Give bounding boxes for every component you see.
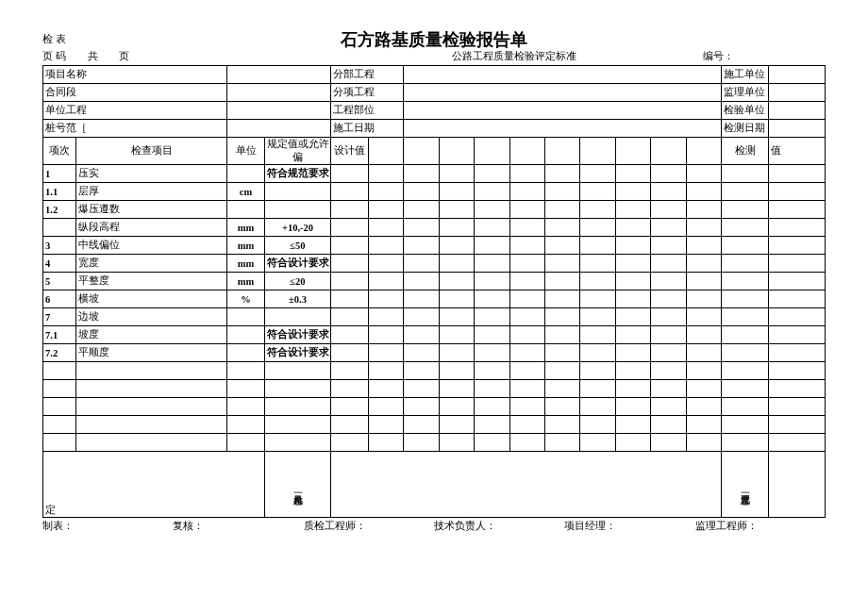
empty-cell bbox=[227, 398, 265, 416]
cell-measure bbox=[509, 219, 544, 237]
cell-measure bbox=[686, 201, 721, 219]
cell-design bbox=[331, 273, 369, 290]
cell-measure bbox=[615, 326, 650, 344]
cell-design bbox=[331, 290, 369, 308]
empty-cell bbox=[475, 362, 509, 380]
empty-cell bbox=[686, 362, 721, 380]
cell-measure bbox=[439, 201, 474, 219]
cell-measure bbox=[404, 237, 439, 255]
empty-row bbox=[43, 362, 826, 380]
empty-cell bbox=[331, 380, 369, 398]
cell-measure bbox=[475, 183, 509, 201]
cell-measure bbox=[686, 165, 721, 183]
empty-row bbox=[43, 416, 826, 434]
empty-cell bbox=[509, 362, 544, 380]
empty-cell bbox=[439, 380, 474, 398]
cell-measure bbox=[369, 165, 404, 183]
meta-row: 合同段 分项工程 监理单位 bbox=[43, 84, 826, 102]
meta-value bbox=[404, 102, 722, 120]
opinion-row: 定 自检意见一 监理意见一 bbox=[43, 452, 826, 518]
cell-design bbox=[331, 237, 369, 255]
cell-measure bbox=[369, 308, 404, 326]
cell-spec: ≤50 bbox=[265, 237, 331, 255]
cell-idx: 7.1 bbox=[43, 326, 76, 344]
cell-unit: cm bbox=[227, 183, 265, 201]
cell-measure bbox=[369, 344, 404, 362]
cell-m1 bbox=[722, 165, 769, 183]
cell-measure bbox=[439, 308, 474, 326]
empty-cell bbox=[722, 434, 769, 452]
cell-measure bbox=[509, 273, 544, 290]
col-idx: 项次 bbox=[43, 138, 76, 165]
cell-item: 层厚 bbox=[76, 183, 227, 201]
data-row: 纵段高程mm+10,-20 bbox=[43, 219, 826, 237]
meta-value bbox=[404, 66, 722, 84]
cell-m2 bbox=[769, 183, 826, 201]
cell-measure bbox=[615, 219, 650, 237]
cell-measure bbox=[475, 326, 509, 344]
cell-measure bbox=[544, 326, 579, 344]
empty-cell bbox=[651, 380, 686, 398]
empty-cell bbox=[769, 362, 826, 380]
empty-cell bbox=[769, 380, 826, 398]
cell-measure bbox=[404, 326, 439, 344]
cell-measure bbox=[580, 237, 615, 255]
empty-cell bbox=[227, 416, 265, 434]
cell-measure bbox=[544, 255, 579, 273]
cell-m2 bbox=[769, 237, 826, 255]
cell-spec: 符合设计要求 bbox=[265, 344, 331, 362]
cell-measure bbox=[580, 326, 615, 344]
cell-measure bbox=[544, 237, 579, 255]
cell-measure bbox=[439, 237, 474, 255]
empty-cell bbox=[509, 434, 544, 452]
empty-cell bbox=[43, 362, 76, 380]
meta-value bbox=[769, 120, 826, 138]
page-title: 石方路基质量检验报告单 bbox=[42, 28, 826, 51]
empty-cell bbox=[722, 398, 769, 416]
meta-row: 桩号范［ 施工日期 检测日期 bbox=[43, 120, 826, 138]
empty-cell bbox=[651, 362, 686, 380]
cell-item: 边坡 bbox=[76, 308, 227, 326]
cell-unit bbox=[227, 344, 265, 362]
empty-cell bbox=[580, 380, 615, 398]
empty-cell bbox=[544, 434, 579, 452]
cell-measure bbox=[686, 290, 721, 308]
footer-e: 项目经理： bbox=[564, 520, 694, 533]
cell-measure bbox=[686, 255, 721, 273]
empty-cell bbox=[475, 398, 509, 416]
empty-cell bbox=[439, 362, 474, 380]
standard-label: 公路工程质量检验评定标准 bbox=[326, 49, 703, 63]
empty-cell bbox=[265, 434, 331, 452]
column-header-row: 项次 检查项目 单位 规定值或允许偏 设计值 检测 值 bbox=[43, 138, 826, 165]
page-info: 页 码 共 页 bbox=[42, 49, 326, 63]
empty-cell bbox=[369, 380, 404, 398]
cell-item: 坡度 bbox=[76, 326, 227, 344]
cell-m1 bbox=[722, 308, 769, 326]
self-opinion-value bbox=[331, 452, 722, 518]
self-opinion-label: 自检意见一 bbox=[265, 452, 331, 518]
empty-cell bbox=[369, 434, 404, 452]
meta-label: 项目名称 bbox=[43, 66, 227, 84]
cell-m2 bbox=[769, 219, 826, 237]
cell-measure bbox=[369, 290, 404, 308]
empty-cell bbox=[475, 416, 509, 434]
footer-b: 复核： bbox=[173, 520, 303, 533]
cell-measure bbox=[509, 237, 544, 255]
cell-m1 bbox=[722, 273, 769, 290]
meta-label: 分部工程 bbox=[331, 66, 404, 84]
cell-measure bbox=[475, 237, 509, 255]
cell-idx: 1 bbox=[43, 165, 76, 183]
cell-unit: mm bbox=[227, 237, 265, 255]
empty-cell bbox=[544, 380, 579, 398]
footer-c: 质检工程师： bbox=[304, 520, 434, 533]
cell-idx: 7.2 bbox=[43, 344, 76, 362]
cell-spec: ±0.3 bbox=[265, 290, 331, 308]
data-row: 1.2爆压遵数 bbox=[43, 201, 826, 219]
cell-measure bbox=[580, 255, 615, 273]
empty-cell bbox=[265, 416, 331, 434]
cell-measure bbox=[509, 290, 544, 308]
cell-measure bbox=[475, 308, 509, 326]
meta-label: 分项工程 bbox=[331, 84, 404, 102]
cell-measure bbox=[509, 183, 544, 201]
cell-measure bbox=[404, 308, 439, 326]
